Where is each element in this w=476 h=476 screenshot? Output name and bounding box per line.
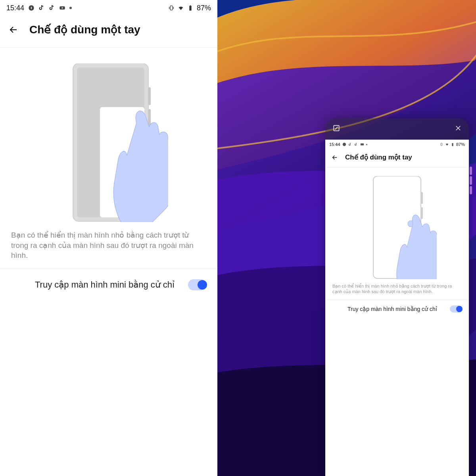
mini-window-handle[interactable]	[325, 118, 469, 140]
svg-rect-8	[190, 5, 191, 6]
tiktok-icon	[348, 142, 352, 146]
mini-status-bar: 15:44 87%	[325, 140, 469, 149]
svg-rect-23	[452, 143, 453, 146]
mini-page-header: Chế độ dùng một tay	[325, 149, 469, 167]
svg-rect-28	[421, 207, 423, 219]
more-dot-icon	[69, 7, 72, 9]
svg-line-17	[335, 127, 338, 130]
page-title: Chế độ dùng một tay	[29, 23, 140, 36]
status-time: 15:44	[6, 4, 24, 12]
page-header: Chế độ dùng một tay	[0, 16, 217, 48]
phone-illustration	[49, 63, 168, 222]
side-edge-indicator[interactable]	[470, 167, 474, 194]
svg-rect-4	[170, 6, 172, 10]
mini-phone-illustration	[357, 176, 437, 279]
back-button[interactable]	[332, 154, 338, 161]
expand-icon[interactable]	[332, 124, 340, 134]
compass-icon	[28, 5, 35, 11]
battery-icon	[451, 142, 455, 146]
mini-window: 15:44 87%	[325, 118, 469, 476]
svg-rect-12	[148, 87, 151, 105]
wifi-icon	[445, 142, 449, 146]
mini-toggle-label: Truy cập màn hình mini bằng cử chỉ	[347, 305, 445, 313]
gesture-toggle[interactable]	[188, 279, 206, 290]
mini-illustration-section	[325, 167, 469, 283]
tiktok-icon	[49, 5, 55, 11]
svg-rect-7	[189, 6, 191, 11]
svg-rect-27	[421, 192, 423, 204]
back-button[interactable]	[9, 25, 18, 35]
youtube-icon	[59, 5, 65, 11]
wifi-icon	[178, 5, 184, 11]
illustration-section	[0, 48, 217, 230]
tiktok-icon	[354, 142, 358, 146]
more-dot-icon	[366, 144, 367, 145]
vibrate-icon	[168, 5, 175, 11]
description-text: Bạn có thể hiển thị màn hình nhỏ bằng cá…	[0, 230, 217, 269]
svg-rect-22	[441, 143, 442, 146]
home-with-mini-view: 15:44 87%	[217, 0, 476, 476]
full-screen-settings: 15:44	[0, 0, 217, 476]
toggle-label: Truy cập màn hình mini bằng cử chỉ	[35, 279, 180, 291]
svg-rect-21	[360, 144, 363, 146]
mini-gesture-toggle[interactable]	[450, 305, 462, 313]
battery-percent: 87%	[197, 4, 211, 12]
status-bar: 15:44	[0, 0, 217, 16]
mini-gesture-toggle-row: Truy cập màn hình mini bằng cử chỉ	[325, 300, 469, 318]
youtube-icon	[360, 142, 364, 146]
battery-icon	[187, 5, 194, 11]
mini-settings-page: 15:44 87%	[325, 140, 469, 476]
svg-point-20	[342, 143, 345, 146]
tiktok-icon	[38, 5, 45, 11]
mini-battery-percent: 87%	[456, 142, 465, 147]
gesture-toggle-row: Truy cập màn hình mini bằng cử chỉ	[0, 269, 217, 301]
compass-icon	[342, 142, 346, 146]
vibrate-icon	[440, 142, 443, 146]
mini-description-text: Bạn có thể hiển thị màn hình nhỏ bằng cá…	[325, 283, 469, 300]
close-icon[interactable]	[455, 125, 462, 133]
mini-status-time: 15:44	[329, 142, 340, 147]
mini-page-title: Chế độ dùng một tay	[345, 153, 412, 161]
